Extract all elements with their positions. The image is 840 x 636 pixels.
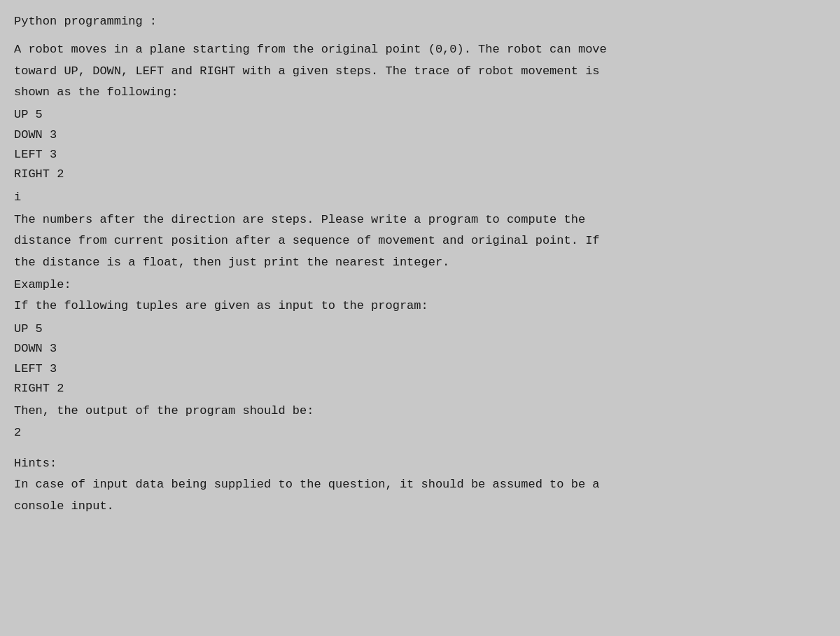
hints-line-1: In case of input data being supplied to … — [14, 476, 826, 494]
page-title: Python programming : — [14, 13, 826, 31]
move2-down: DOWN 3 — [14, 340, 826, 358]
output-value: 2 — [14, 424, 826, 442]
then-section: Then, the output of the program should b… — [14, 402, 826, 442]
intro-line-2: toward UP, DOWN, LEFT and RIGHT with a g… — [14, 62, 826, 81]
move2-left: LEFT 3 — [14, 360, 826, 378]
separator-char: i — [14, 188, 826, 207]
intro-section: A robot moves in a plane starting from t… — [14, 41, 826, 102]
intro-line-3: shown as the following: — [14, 83, 826, 102]
example-intro: If the following tuples are given as inp… — [14, 297, 826, 315]
title-text: Python programming : — [14, 15, 157, 28]
then-line: Then, the output of the program should b… — [14, 402, 826, 420]
main-content: Python programming : A robot moves in a … — [14, 13, 826, 518]
desc-line-3: the distance is a float, then just print… — [14, 254, 826, 272]
movement-example-1: UP 5 DOWN 3 LEFT 3 RIGHT 2 — [14, 106, 826, 184]
separator-section: i — [14, 188, 826, 207]
move1-down: DOWN 3 — [14, 126, 826, 144]
example-section: Example: If the following tuples are giv… — [14, 276, 826, 316]
hints-label: Hints: — [14, 455, 826, 473]
movement-example-2: UP 5 DOWN 3 LEFT 3 RIGHT 2 — [14, 320, 826, 398]
hints-section: Hints: In case of input data being suppl… — [14, 455, 826, 516]
move2-up: UP 5 — [14, 320, 826, 338]
description-section: The numbers after the direction are step… — [14, 211, 826, 272]
move1-right: RIGHT 2 — [14, 165, 826, 184]
intro-line-1: A robot moves in a plane starting from t… — [14, 41, 826, 59]
move1-up: UP 5 — [14, 106, 826, 124]
desc-line-1: The numbers after the direction are step… — [14, 211, 826, 229]
hints-line-2: console input. — [14, 497, 826, 516]
move1-left: LEFT 3 — [14, 146, 826, 164]
desc-line-2: distance from current position after a s… — [14, 232, 826, 250]
move2-right: RIGHT 2 — [14, 380, 826, 398]
example-label: Example: — [14, 276, 826, 294]
